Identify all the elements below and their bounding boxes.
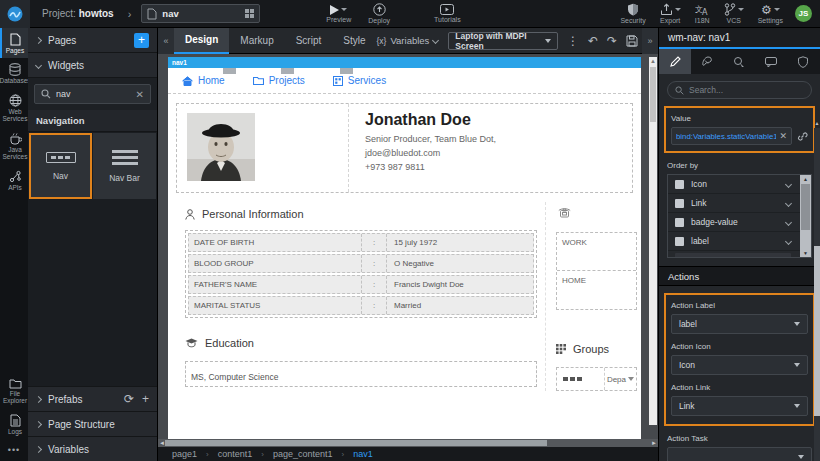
redo-icon[interactable]: ↷ (607, 35, 617, 47)
canvas-page[interactable]: nav1 Home Projects Servic (168, 57, 641, 439)
variables-dropdown[interactable]: {x} Variables (377, 35, 439, 46)
rail-item-pages[interactable]: Pages (0, 28, 28, 58)
page-structure-section-header[interactable]: Page Structure (28, 411, 157, 436)
breadcrumb-content1[interactable]: content1 (218, 449, 253, 459)
table-row[interactable]: BLOOD GROUP : O Negative (188, 254, 534, 273)
chevron-down-icon[interactable] (785, 218, 792, 225)
nav-link-projects[interactable]: Projects (253, 75, 305, 86)
tab-markup[interactable]: Markup (229, 28, 284, 54)
order-by-list[interactable]: Icon Link badge-value (667, 174, 812, 258)
deploy-button[interactable]: Deploy (368, 3, 390, 24)
pages-section-header[interactable]: Pages + (28, 28, 157, 53)
tab-style[interactable]: Style (332, 28, 376, 54)
add-page-button[interactable]: + (134, 33, 149, 48)
nav-link-services[interactable]: Services (333, 75, 386, 86)
clear-search-icon[interactable]: ✕ (136, 89, 144, 100)
order-by-item-badge-value[interactable]: badge-value (668, 213, 811, 232)
widget-search-box[interactable]: ✕ (34, 84, 151, 104)
canvas-vertical-scrollbar[interactable]: ▲ (649, 57, 657, 425)
canvas-horizontal-scrollbar[interactable]: ◄ ► (158, 439, 658, 447)
tab-devices[interactable] (755, 49, 787, 74)
user-avatar[interactable]: JS (795, 5, 812, 22)
list-item[interactable]: WORK (557, 233, 636, 271)
order-by-item-link[interactable]: Link (668, 194, 811, 213)
checkbox[interactable] (675, 218, 684, 227)
properties-search-input[interactable] (689, 85, 804, 95)
rail-item-databases[interactable]: Databases (0, 58, 28, 88)
education-item[interactable]: MS, Computer Science (185, 361, 537, 387)
table-row[interactable]: FATHER'S NAME : Francis Dwight Doe (188, 275, 534, 294)
widget-handle[interactable] (340, 68, 353, 74)
scroll-up-icon[interactable]: ▲ (814, 120, 820, 126)
action-link-select[interactable]: Link (671, 396, 808, 416)
tab-styles[interactable] (691, 49, 723, 74)
value-binding-input[interactable]: bind:Variables.staticVariable1.dataSet ✕ (671, 127, 792, 145)
app-logo[interactable] (0, 0, 30, 28)
selected-widget-bar[interactable]: nav1 (168, 57, 641, 68)
preview-button[interactable]: Preview (326, 5, 351, 23)
tab-design[interactable]: Design (174, 28, 229, 54)
prefabs-section-header[interactable]: Prefabs ⟳+ (28, 386, 157, 411)
order-by-item-icon[interactable]: Icon (668, 175, 811, 194)
chevron-down-icon[interactable] (785, 237, 792, 244)
widget-tile-nav-bar[interactable]: Nav Bar (93, 133, 156, 199)
action-label-select[interactable]: label (671, 314, 808, 334)
widget-tile-nav[interactable]: Nav (29, 133, 92, 199)
widget-handle[interactable] (223, 68, 236, 74)
bind-link-icon[interactable] (797, 131, 808, 142)
rail-item-logs[interactable]: Logs (0, 409, 28, 439)
profile-card[interactable]: Jonathan Doe Senior Producer, Team Blue … (176, 103, 633, 193)
scroll-right-icon[interactable]: ► (651, 439, 657, 447)
rail-item-web-services[interactable]: Web Services (0, 89, 28, 127)
rail-item-apis[interactable]: APIs (0, 165, 28, 195)
vcs-button[interactable]: VCS (724, 3, 744, 24)
device-select[interactable]: Laptop with MDPI Screen (448, 32, 558, 50)
export-button[interactable]: Export (660, 3, 681, 24)
rail-item-file-explorer[interactable]: File Explorer (0, 373, 28, 409)
table-row[interactable]: DATE OF BIRTH : 15 july 1972 (188, 233, 534, 252)
more-options-icon[interactable]: ••• (0, 439, 28, 461)
page-switcher[interactable] (141, 4, 260, 23)
scroll-down-icon[interactable]: ▼ (800, 250, 811, 256)
chevron-down-icon[interactable] (785, 180, 792, 187)
scroll-up-icon[interactable]: ▲ (649, 57, 657, 65)
widgets-section-header[interactable]: Widgets (28, 53, 157, 78)
nav-link-home[interactable]: Home (182, 75, 225, 86)
tab-security[interactable] (787, 49, 819, 74)
scroll-up-icon[interactable]: ▲ (800, 176, 811, 182)
pages-grid-icon[interactable] (245, 9, 254, 18)
page-name-input[interactable] (162, 8, 240, 19)
i18n-button[interactable]: 文A I18N (695, 4, 710, 24)
action-task-select[interactable] (667, 447, 812, 461)
tutorials-button[interactable]: Tutorials (434, 4, 461, 23)
more-menu-icon[interactable]: ⋮ (567, 35, 579, 47)
tab-script[interactable]: Script (285, 28, 333, 54)
breadcrumb-page-content1[interactable]: page_content1 (273, 449, 333, 459)
breadcrumb-nav1[interactable]: nav1 (353, 449, 373, 459)
contact-list[interactable]: WORK HOME (556, 232, 637, 310)
collapse-right-panel-button[interactable]: » (642, 28, 658, 54)
actions-section-header[interactable]: Actions (659, 266, 820, 286)
group-truncated-cell[interactable]: Depa (604, 368, 636, 390)
chevron-down-icon[interactable] (785, 199, 792, 206)
widget-search-input[interactable] (56, 89, 131, 99)
variables-section-header[interactable]: Variables (28, 436, 157, 461)
refresh-icon[interactable]: ⟳ (124, 392, 134, 406)
collapse-left-panel-button[interactable]: « (158, 28, 174, 54)
checkbox[interactable] (675, 237, 684, 246)
widget-handle[interactable] (281, 68, 294, 74)
add-prefab-icon[interactable]: + (142, 392, 149, 406)
rail-item-java-services[interactable]: Java Services (0, 127, 28, 165)
personal-info-table[interactable]: DATE OF BIRTH : 15 july 1972 BLOOD GROUP… (185, 230, 537, 318)
undo-icon[interactable]: ↶ (588, 35, 598, 47)
panel-scrollbar[interactable]: ▲ (814, 128, 820, 461)
security-button[interactable]: Security (620, 3, 645, 24)
settings-button[interactable]: ⚙ Settings (758, 4, 783, 24)
list-item[interactable]: HOME (557, 271, 636, 309)
tab-properties[interactable] (659, 49, 691, 74)
breadcrumb-page1[interactable]: page1 (172, 449, 197, 459)
save-icon[interactable] (626, 35, 638, 47)
order-by-item-label[interactable]: label (668, 232, 811, 251)
tab-events[interactable] (723, 49, 755, 74)
checkbox[interactable] (675, 180, 684, 189)
